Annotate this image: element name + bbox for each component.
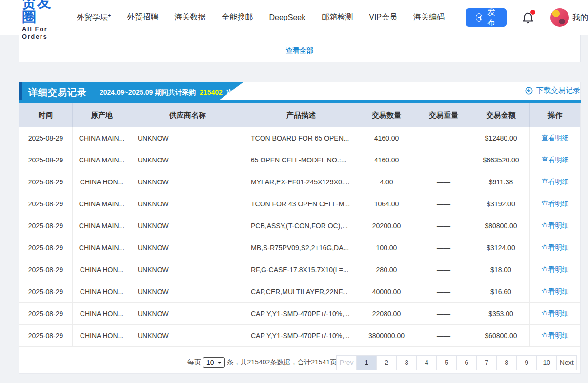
cell-product: TCON BOARD FOR 65 OPEN... — [244, 127, 358, 149]
page-button-1[interactable]: 1 — [356, 355, 377, 370]
cell-supplier: UNKNOW — [131, 281, 244, 302]
cell-supplier: UNKNOW — [131, 259, 244, 281]
chevron-down-icon — [218, 362, 222, 364]
view-detail-link[interactable]: 查看明细 — [542, 156, 569, 164]
cell-date: 2025-08-29 — [19, 149, 73, 171]
cell-origin: CHINA MAIN... — [73, 215, 131, 237]
plus-circle-icon — [476, 13, 482, 22]
next-page-button[interactable]: Next — [556, 355, 577, 370]
page-button-3[interactable]: 3 — [396, 355, 417, 370]
cell-amount: $80800.00 — [472, 215, 530, 237]
nav-item-label: VIP会员 — [369, 13, 397, 21]
nav-right-group: 发布 我的 — [466, 8, 588, 27]
column-header: 操作 — [530, 103, 580, 127]
cell-weight: —— — [415, 281, 472, 302]
cell-date: 2025-08-29 — [19, 215, 73, 237]
cell-origin: CHINA HON... — [73, 303, 131, 324]
view-detail-link[interactable]: 查看明细 — [542, 243, 569, 252]
profile-label[interactable]: 我的 — [572, 13, 588, 23]
table-row: 2025-08-29CHINA HON...UNKNOWMYLAR,EX-EF0… — [19, 171, 580, 193]
top-navbar: 贸友圈 All For Orders 外贸学坛+外贸招聘海关数据全能搜邮Deep… — [0, 0, 588, 35]
nav-item-8[interactable]: 海关编码 — [413, 12, 445, 22]
cell-supplier: UNKNOW — [131, 215, 244, 237]
nav-item-5[interactable]: DeepSeek — [269, 13, 305, 22]
column-header: 交易金额 — [472, 103, 530, 127]
section-period-summary: 2024.09~2025.09 期间共计采购 215402 次 — [100, 88, 233, 97]
cell-action: 查看明细 — [530, 303, 580, 324]
page-button-2[interactable]: 2 — [376, 355, 397, 370]
nav-menu: 外贸学坛+外贸招聘海关数据全能搜邮DeepSeek邮箱检测VIP会员海关编码 — [77, 12, 445, 23]
prev-page-button[interactable]: Prev — [336, 355, 357, 370]
view-detail-link[interactable]: 查看明细 — [542, 178, 569, 186]
cell-weight: —— — [415, 193, 472, 215]
cell-product: MYLAR,EX-EF01-245X129X0.... — [244, 171, 358, 193]
cell-action: 查看明细 — [530, 171, 580, 193]
nav-item-label: 海关数据 — [174, 13, 205, 21]
user-avatar[interactable] — [550, 8, 569, 27]
banner-ribbon: 详细交易记录 2024.09~2025.09 期间共计采购 215402 次 — [19, 82, 243, 103]
page-button-9[interactable]: 9 — [516, 355, 537, 370]
cell-product: CAP Y,Y1-SMD-470PF+/-10%,... — [244, 303, 358, 324]
nav-item-3[interactable]: 海关数据 — [174, 12, 205, 22]
banner-left-stripe — [19, 82, 22, 100]
nav-item-4[interactable]: 全能搜邮 — [222, 12, 253, 22]
period-prefix: 2024.09~2025.09 期间共计采购 — [100, 88, 196, 96]
table-row: 2025-08-29CHINA MAIN...UNKNOW65 OPEN CEL… — [19, 149, 580, 171]
cell-supplier: UNKNOW — [131, 127, 244, 149]
notification-bell-icon[interactable] — [521, 10, 535, 25]
cell-quantity: 4160.00 — [358, 127, 415, 149]
cell-product: RF,G-CASE-17.8X15.7X10(L=... — [244, 259, 358, 281]
cell-weight: —— — [415, 237, 472, 259]
page-button-4[interactable]: 4 — [416, 355, 437, 370]
records-summary: 条，共215402条数据，合计21541页 — [227, 358, 337, 367]
cell-date: 2025-08-29 — [19, 303, 73, 324]
page-button-10[interactable]: 10 — [536, 355, 557, 370]
cell-supplier: UNKNOW — [131, 149, 244, 171]
table-row: 2025-08-29CHINA MAIN...UNKNOWTCON BOARD … — [19, 127, 580, 149]
publish-button[interactable]: 发布 — [466, 8, 507, 27]
cell-amount: $18.00 — [472, 259, 530, 281]
cell-action: 查看明细 — [530, 149, 580, 171]
per-page-select[interactable]: 10 — [203, 357, 225, 368]
cell-quantity: 3800000.00 — [358, 325, 415, 346]
cell-action: 查看明细 — [530, 259, 580, 281]
cell-product: 65 OPEN CELL-MODEL NO.:... — [244, 149, 358, 171]
cell-action: 查看明细 — [530, 215, 580, 237]
view-detail-link[interactable]: 查看明细 — [542, 265, 569, 274]
view-detail-link[interactable]: 查看明细 — [542, 309, 569, 318]
view-all-link[interactable]: 查看全部 — [286, 42, 313, 55]
page-button-6[interactable]: 6 — [456, 355, 477, 370]
cell-action: 查看明细 — [530, 193, 580, 215]
view-detail-link[interactable]: 查看明细 — [542, 287, 569, 296]
nav-item-6[interactable]: 邮箱检测 — [322, 12, 353, 22]
nav-item-7[interactable]: VIP会员 — [369, 12, 397, 22]
view-detail-link[interactable]: 查看明细 — [542, 200, 569, 208]
logo-subtitle: All For Orders — [22, 25, 64, 40]
view-detail-link[interactable]: 查看明细 — [542, 222, 569, 230]
cell-action: 查看明细 — [530, 127, 580, 149]
cell-action: 查看明细 — [530, 281, 580, 302]
cell-origin: CHINA MAIN... — [73, 237, 131, 259]
table-header-row: 时间原产地供应商名称产品描述交易数量交易重量交易金额操作 — [19, 103, 580, 127]
cell-quantity: 280.00 — [358, 259, 415, 281]
cell-amount: $16.60 — [472, 281, 530, 302]
page-button-7[interactable]: 7 — [476, 355, 497, 370]
page-button-5[interactable]: 5 — [436, 355, 457, 370]
nav-item-1[interactable]: 外贸学坛+ — [77, 12, 111, 23]
cell-amount: $3124.00 — [472, 237, 530, 259]
cell-quantity: 4160.00 — [358, 149, 415, 171]
cell-date: 2025-08-29 — [19, 325, 73, 346]
column-header: 产品描述 — [244, 103, 358, 127]
page-button-8[interactable]: 8 — [496, 355, 517, 370]
purchase-count: 215402 — [200, 88, 223, 96]
cell-date: 2025-08-29 — [19, 171, 73, 193]
view-detail-link[interactable]: 查看明细 — [542, 134, 569, 142]
logo[interactable]: 贸友圈 All For Orders — [22, 0, 64, 40]
view-detail-link[interactable]: 查看明细 — [542, 331, 569, 340]
download-records-link[interactable]: 下载交易记录 — [525, 86, 580, 95]
nav-item-2[interactable]: 外贸招聘 — [127, 12, 158, 22]
cell-origin: CHINA MAIN... — [73, 127, 131, 149]
cell-action: 查看明细 — [530, 237, 580, 259]
cell-product: TCON FOR 43 OPEN CELL-M... — [244, 193, 358, 215]
cell-weight: —— — [415, 171, 472, 193]
